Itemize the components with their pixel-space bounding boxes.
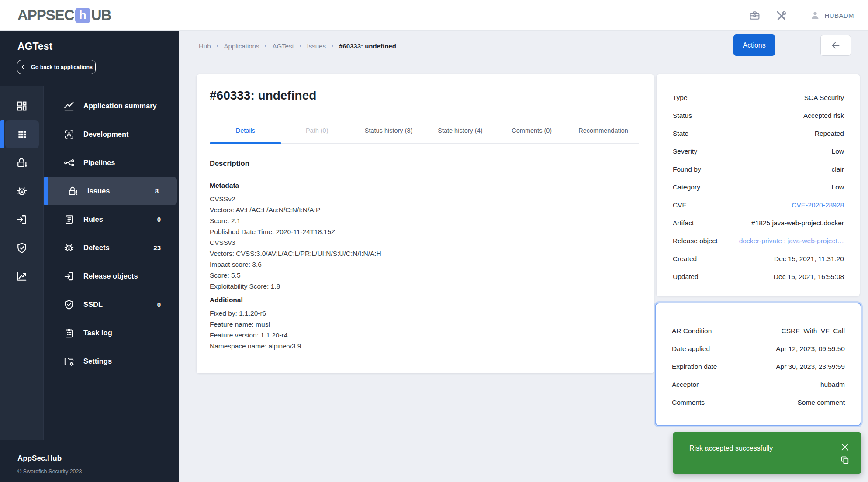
sidebar-item-release-objects[interactable]: Release objects <box>44 262 179 290</box>
property-row-state: State Repeated <box>657 124 860 142</box>
property-row-updated: Updated Dec 15, 2021, 16:55:08 <box>657 268 860 286</box>
sidebar-item-count: 8 <box>155 187 159 195</box>
sidebar-footer-copyright: © Swordfish Security 2023 <box>17 468 179 475</box>
shield-check-icon <box>63 299 75 310</box>
go-back-label: Go back to applications <box>31 64 93 70</box>
chevron-left-icon <box>20 64 26 70</box>
sidebar-item-count: 23 <box>153 244 161 251</box>
rail-exit-arrow-icon[interactable] <box>0 205 43 234</box>
sidebar-item-ssdl[interactable]: SSDL 0 <box>44 290 179 319</box>
back-arrow-button[interactable] <box>820 35 851 56</box>
rail-apps-grid-icon[interactable] <box>5 120 39 148</box>
app-name: AGTest <box>17 41 52 52</box>
user-name: HUBADM <box>825 12 854 19</box>
property-row-category: Category Low <box>657 178 860 196</box>
dev-brackets-icon <box>63 129 75 140</box>
release-object-link[interactable]: docker-private : java-web-project… <box>739 237 844 245</box>
ar-row-expiration-date: Expiration date Apr 30, 2023, 23:59:59 <box>656 358 861 375</box>
breadcrumb-separator <box>300 45 301 47</box>
tools-icon[interactable] <box>774 8 788 22</box>
sidebar-item-settings[interactable]: Settings <box>44 347 179 375</box>
sidebar-item-development[interactable]: Development <box>44 120 179 148</box>
breadcrumb-bar: Hub Applications AGTest Issues #60333: u… <box>179 31 868 61</box>
additional-heading: Additional <box>210 296 243 304</box>
ar-row-condition: AR Condition CSRF_With_VF_Call <box>656 322 861 340</box>
briefcase-icon[interactable] <box>748 8 762 22</box>
accepted-risk-panel: AR Condition CSRF_With_VF_Call Date appl… <box>655 303 861 426</box>
breadcrumb-agtest[interactable]: AGTest <box>272 42 294 50</box>
property-row-severity: Severity Low <box>657 142 860 160</box>
sidebar-item-label: Release objects <box>83 272 138 280</box>
sidebar-item-label: Development <box>83 130 129 138</box>
ar-row-acceptor: Acceptor hubadm <box>656 375 861 393</box>
copy-icon[interactable] <box>840 455 850 465</box>
tab-comments[interactable]: Comments (0) <box>496 116 567 143</box>
user-menu[interactable]: HUBADM <box>810 10 854 21</box>
property-row-found-by: Found by clair <box>657 160 860 178</box>
tab-state-history[interactable]: State history (4) <box>424 116 496 143</box>
clipboard-icon <box>63 327 75 339</box>
metadata-line: CVSSv3 <box>210 237 381 248</box>
success-toast: Risk accepted successfully <box>673 432 861 474</box>
sidebar-item-pipelines[interactable]: Pipelines <box>44 148 179 177</box>
property-row-release-object: Release object docker-private : java-web… <box>657 232 860 250</box>
metadata-line: Impact score: 3.6 <box>210 259 381 270</box>
issue-detail-card: #60333: undefined Details Path (0) Statu… <box>197 74 654 373</box>
breadcrumb-separator <box>332 45 333 47</box>
sidebar-item-task-log[interactable]: Task log <box>44 319 179 347</box>
go-back-button[interactable]: Go back to applications <box>17 60 96 74</box>
sidebar-footer: AppSec.Hub © Swordfish Security 2023 <box>0 440 179 475</box>
breadcrumb-issues[interactable]: Issues <box>307 42 326 50</box>
breadcrumb-hub[interactable]: Hub <box>199 42 211 50</box>
rail-shield-check-icon[interactable] <box>0 234 43 262</box>
metadata-line: Score: 5.5 <box>210 270 381 281</box>
logo-h-icon: h <box>75 8 90 23</box>
property-row-type: Type SCA Security <box>657 89 860 107</box>
close-icon[interactable] <box>840 442 850 452</box>
actions-button[interactable]: Actions <box>733 34 775 56</box>
tab-recommendation[interactable]: Recommendation <box>567 116 639 143</box>
breadcrumb-separator <box>265 45 266 47</box>
ar-row-date-applied: Date applied Apr 12, 2023, 09:59:50 <box>656 340 861 358</box>
metadata-line: CVSSv2 <box>210 193 381 204</box>
rail-unlock-alert-icon[interactable] <box>0 148 43 177</box>
sidebar-item-rules[interactable]: Rules 0 <box>44 205 179 234</box>
rules-doc-icon <box>63 214 75 225</box>
sidebar-menu: Application summary Development <box>44 86 179 440</box>
sidebar-item-label: Pipelines <box>83 158 115 167</box>
additional-lines: Fixed by: 1.1.20-r6 Feature name: musl F… <box>210 308 301 351</box>
issue-properties-panel: Type SCA Security Status Accepted risk S… <box>657 74 860 296</box>
description-heading: Description <box>210 159 249 168</box>
rail-bug-icon[interactable] <box>0 177 43 205</box>
metadata-line: Score: 2.1 <box>210 215 381 226</box>
breadcrumb: Hub Applications AGTest Issues #60333: u… <box>199 42 396 50</box>
bug-icon <box>63 242 75 254</box>
metadata-line: Exploitability Score: 1.8 <box>210 281 381 292</box>
rail-dashboard-icon[interactable] <box>0 92 43 120</box>
sidebar-footer-title: AppSec.Hub <box>17 454 179 463</box>
sidebar-item-issues[interactable]: Issues 8 <box>44 177 177 205</box>
metadata-line: Published Date Time: 2020-11-24T18:15Z <box>210 226 381 237</box>
pipeline-branch-icon <box>63 157 75 169</box>
issue-title: #60333: undefined <box>210 89 316 103</box>
property-row-status: Status Accepted risk <box>657 107 860 124</box>
sidebar-item-label: Defects <box>83 244 110 252</box>
breadcrumb-applications[interactable]: Applications <box>224 42 259 50</box>
exit-arrow-icon <box>63 271 75 282</box>
appsechub-logo[interactable]: APPSEC h UB <box>17 7 111 24</box>
rail-chart-axis-icon[interactable] <box>0 262 43 290</box>
sidebar-item-application-summary[interactable]: Application summary <box>44 92 179 120</box>
cve-link[interactable]: CVE-2020-28928 <box>792 201 844 209</box>
metadata-line: Vectors: AV:L/AC:L/Au:N/C:N/I:N/A:P <box>210 204 381 215</box>
property-row-cve: CVE CVE-2020-28928 <box>657 196 860 214</box>
sidebar-item-label: Task log <box>83 329 112 337</box>
sidebar-item-label: SSDL <box>83 300 103 309</box>
tab-details[interactable]: Details <box>210 116 281 143</box>
sidebar-item-label: Application summary <box>83 102 157 110</box>
additional-line: Fixed by: 1.1.20-r6 <box>210 308 301 319</box>
metadata-line: Vectors: CVSS:3.0/AV:L/AC:L/PR:L/UI:N/S:… <box>210 248 381 259</box>
tab-path[interactable]: Path (0) <box>281 116 353 143</box>
tab-status-history[interactable]: Status history (8) <box>353 116 425 143</box>
logo-text-pre: APPSEC <box>17 7 74 24</box>
sidebar-item-defects[interactable]: Defects 23 <box>44 234 179 262</box>
